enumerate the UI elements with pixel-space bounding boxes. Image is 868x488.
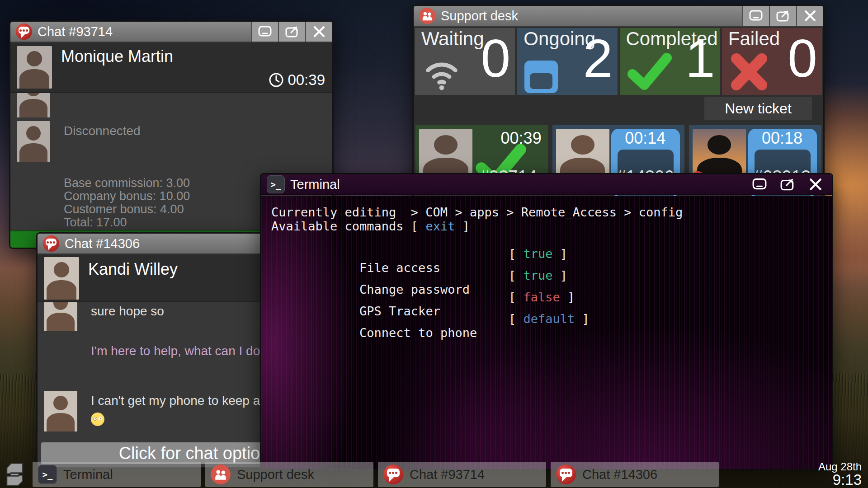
agent-message: I'm here to help, what can I do for	[91, 344, 278, 358]
status-message: Disconnected	[64, 124, 141, 138]
avatar-kandi	[44, 257, 79, 300]
customer-message: I can't get my phone to keep a cha	[91, 394, 284, 408]
stat-failed: Failed 0	[722, 28, 822, 95]
close-icon[interactable]	[796, 6, 823, 26]
setting-value[interactable]: [ default ]	[509, 312, 590, 326]
taskbar-item-label: Chat #93714	[410, 467, 485, 482]
flushed-face-emoji	[91, 413, 104, 426]
stat-waiting: Waiting 0	[415, 28, 515, 95]
taskbar-time: 9:13	[818, 472, 862, 488]
stat-completed: Completed 1	[620, 28, 720, 95]
check-icon	[627, 52, 672, 93]
commission-line: Customer bonus: 4.00	[64, 202, 184, 216]
taskbar-item-chat-14306[interactable]: Chat #14306	[551, 462, 719, 487]
chat-customer-header: Monique Martin 00:39	[10, 42, 332, 93]
avatar-kandi	[44, 302, 77, 331]
support-desk-icon	[419, 8, 435, 24]
window-terminal: >_ Terminal Currently editing > COM > ap…	[260, 173, 833, 470]
cross-icon	[729, 52, 769, 93]
setting-value[interactable]: [ true ]	[509, 247, 567, 261]
terminal-breadcrumb: Currently editing > COM > apps > Remote_…	[271, 205, 827, 219]
stat-value: 0	[788, 31, 816, 87]
setting-gps-tracker: GPS Tracker [ false ]	[271, 290, 827, 312]
clock-area: Aug 28th 9:13	[818, 461, 862, 488]
chat-93714-titlebar[interactable]: Chat #93714	[10, 22, 332, 42]
stat-label: Waiting	[421, 28, 484, 50]
ticket-timer: 00:39	[501, 129, 542, 148]
support-stats-row: Waiting 0 Ongoing 2	[414, 27, 823, 96]
taskbar: >_ Terminal Support desk Chat #93714 Cha…	[0, 461, 868, 488]
avatar-monique	[17, 121, 50, 162]
commission-line: Total: 17.00	[64, 216, 127, 230]
taskbar-item-terminal[interactable]: >_ Terminal	[33, 462, 201, 487]
setting-name: Connect to phone	[359, 326, 477, 340]
wifi-icon	[422, 54, 461, 93]
new-ticket-button[interactable]: New ticket	[704, 97, 812, 120]
close-icon[interactable]	[804, 174, 827, 194]
game-logo-icon	[5, 462, 28, 487]
window-title: Chat #14306	[65, 236, 140, 251]
chat-bubble-icon	[383, 465, 403, 484]
terminal-icon: >_	[38, 465, 57, 484]
stat-value: 1	[685, 31, 714, 87]
chat-bubble-icon	[16, 23, 32, 40]
taskbar-item-label: Chat #14306	[582, 467, 657, 482]
setting-connect-to-phone: Connect to phone [ default ]	[271, 312, 827, 333]
taskbar-item-chat-93714[interactable]: Chat #93714	[378, 462, 546, 487]
exit-command[interactable]: exit	[425, 219, 455, 233]
avatar-monique	[17, 46, 52, 89]
setting-file-access: File access [ true ]	[271, 247, 827, 268]
chat-timer: 00:39	[269, 71, 325, 89]
stat-label: Failed	[728, 28, 780, 50]
clock-icon	[269, 72, 284, 88]
window-title: Terminal	[290, 177, 340, 192]
customer-message: sure hope so	[91, 304, 164, 319]
chat-bubble-icon	[556, 465, 576, 484]
stat-ongoing: Ongoing 2	[517, 28, 617, 95]
terminal-icon: >_	[267, 175, 285, 193]
support-desk-titlebar[interactable]: Support desk	[414, 6, 823, 27]
commission-line: Base commission: 3.00	[64, 176, 190, 190]
avatar-monique	[17, 93, 50, 117]
stat-value: 2	[583, 31, 612, 87]
popout-button[interactable]	[769, 6, 796, 26]
setting-change-password: Change password [ true ]	[271, 268, 827, 290]
popout-button[interactable]	[278, 22, 305, 42]
terminal-output: Currently editing > COM > apps > Remote_…	[261, 196, 832, 469]
desktop: Chat #93714 Monique Martin	[0, 0, 868, 488]
minimize-button[interactable]	[748, 174, 771, 194]
taskbar-date: Aug 28th	[818, 461, 862, 472]
minimize-button[interactable]	[742, 6, 769, 26]
ticket-timer: 00:18	[762, 129, 802, 148]
stat-value: 0	[481, 31, 510, 87]
window-title: Chat #93714	[38, 24, 113, 39]
setting-value[interactable]: [ false ]	[509, 290, 575, 304]
window-title: Support desk	[441, 9, 518, 23]
close-icon[interactable]	[305, 22, 332, 42]
ticket-timer: 00:14	[625, 129, 665, 148]
taskbar-item-label: Terminal	[63, 467, 113, 482]
customer-name: Kandi Willey	[88, 260, 178, 279]
popout-button[interactable]	[776, 174, 799, 194]
chat-bubble-icon	[43, 235, 59, 252]
window-icon	[524, 61, 558, 93]
support-desk-icon	[211, 465, 231, 484]
minimize-button[interactable]	[251, 22, 278, 42]
taskbar-item-support-desk[interactable]: Support desk	[205, 462, 373, 487]
chat-timer-value: 00:39	[288, 71, 325, 89]
terminal-titlebar[interactable]: >_ Terminal	[261, 174, 832, 195]
customer-name: Monique Martin	[61, 47, 173, 66]
avatar-kandi	[44, 391, 77, 432]
setting-value[interactable]: [ true ]	[509, 268, 567, 282]
taskbar-item-label: Support desk	[237, 467, 314, 482]
commission-line: Company bonus: 10.00	[64, 189, 190, 203]
terminal-commands-line: Available commands [ exit ]	[271, 219, 827, 233]
